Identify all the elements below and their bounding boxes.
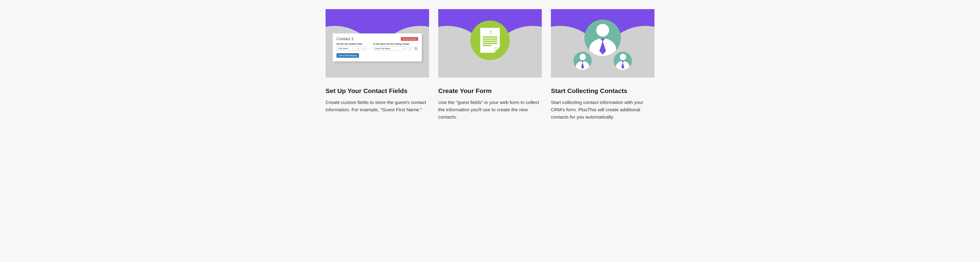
arrow-left-icon: ← xyxy=(369,47,371,50)
feature-card-image xyxy=(551,9,654,77)
feature-card-image xyxy=(438,9,542,77)
mock-label-left: Set this new contact's field: xyxy=(337,43,370,45)
mock-select-right: Guest First Name▾ xyxy=(373,46,406,51)
plus-icon: + xyxy=(408,46,412,51)
contact-mapping-mock: Contact 1 Remove Contact Set this new co… xyxy=(333,33,422,62)
chevron-down-icon: ▾ xyxy=(358,47,359,49)
feature-cards-row: Contact 1 Remove Contact Set this new co… xyxy=(320,9,660,121)
feature-card-image: Contact 1 Remove Contact Set this new co… xyxy=(326,9,429,77)
remove-contact-button: Remove Contact xyxy=(401,37,418,41)
feature-card-body: Create custom fields to store the guest'… xyxy=(326,99,429,114)
feature-card-title: Start Collecting Contacts xyxy=(551,87,654,95)
mock-contact-heading: Contact 1 xyxy=(337,36,353,41)
mock-select-left: First Name▾ xyxy=(337,46,361,51)
feature-card-body: Use the "guest fields" in your web form … xyxy=(438,99,542,121)
feature-card-collect-contacts: Start Collecting Contacts Start collecti… xyxy=(551,9,654,121)
trash-icon: 🗑 xyxy=(414,46,418,51)
feature-card-create-form: Create Your Form Use the "guest fields" … xyxy=(438,9,542,121)
feature-card-body: Start collecting contact information wit… xyxy=(551,99,654,121)
mock-label-right: To this value from the existing contact: xyxy=(373,43,410,45)
document-icon xyxy=(470,21,510,60)
add-field-mapping-button: Add a Field Mapping xyxy=(337,53,359,58)
feature-card-title: Create Your Form xyxy=(438,87,542,95)
contacts-icon xyxy=(551,9,654,77)
feature-card-setup-fields: Contact 1 Remove Contact Set this new co… xyxy=(326,9,429,121)
chevron-down-icon: ▾ xyxy=(403,47,404,49)
plus-icon: + xyxy=(363,46,367,51)
feature-card-title: Set Up Your Contact Fields xyxy=(326,87,429,95)
